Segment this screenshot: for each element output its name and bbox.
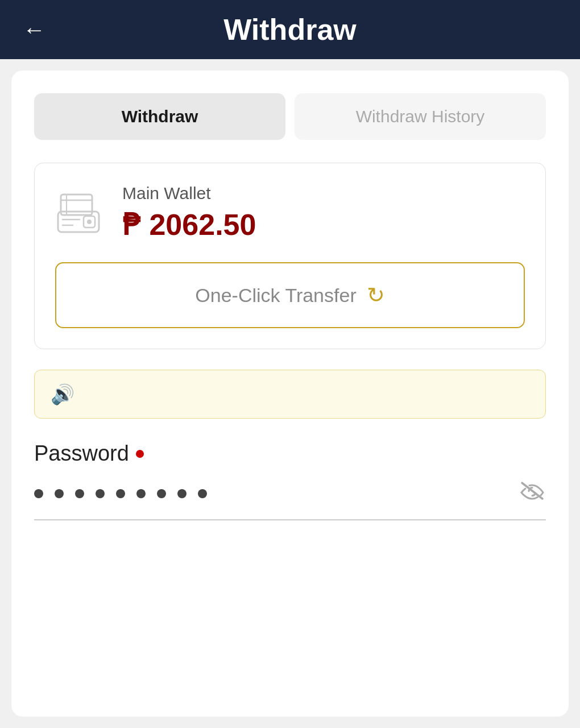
back-button[interactable]: ←	[23, 18, 45, 41]
pw-dot-3	[75, 489, 84, 498]
pw-dot-9	[198, 489, 207, 498]
one-click-transfer-button[interactable]: One-Click Transfer ↻	[55, 262, 525, 328]
notification-bar: 🔊	[34, 370, 546, 419]
wallet-label: Main Wallet	[122, 184, 256, 203]
pw-dot-5	[116, 489, 125, 498]
tab-withdraw-history[interactable]: Withdraw History	[295, 93, 546, 140]
wallet-card: Main Wallet ₱ 2062.50 One-Click Transfer…	[34, 163, 546, 349]
transfer-refresh-icon: ↻	[367, 283, 385, 308]
svg-point-5	[87, 220, 92, 224]
pw-dot-1	[34, 489, 43, 498]
toggle-password-visibility-button[interactable]	[519, 479, 546, 508]
password-input-row[interactable]	[34, 479, 546, 520]
pw-dot-6	[136, 489, 146, 498]
transfer-button-label: One-Click Transfer	[195, 284, 356, 307]
pw-dot-4	[96, 489, 105, 498]
wallet-icon	[55, 190, 106, 235]
password-section: Password	[34, 441, 546, 520]
required-indicator	[136, 450, 144, 458]
header: ← Withdraw	[0, 0, 580, 59]
pw-dot-7	[157, 489, 166, 498]
tab-withdraw[interactable]: Withdraw	[34, 93, 285, 140]
speaker-icon: 🔊	[51, 383, 74, 406]
pw-dot-8	[177, 489, 187, 498]
password-label-row: Password	[34, 441, 546, 466]
page-title: Withdraw	[223, 13, 357, 47]
tab-bar: Withdraw Withdraw History	[34, 93, 546, 140]
wallet-text: Main Wallet ₱ 2062.50	[122, 184, 256, 242]
password-dots	[34, 489, 207, 498]
pw-dot-2	[55, 489, 64, 498]
main-card: Withdraw Withdraw History Main Wallet	[11, 71, 569, 717]
password-label-text: Password	[34, 441, 129, 466]
wallet-info: Main Wallet ₱ 2062.50	[55, 184, 525, 242]
wallet-amount: ₱ 2062.50	[122, 208, 256, 242]
